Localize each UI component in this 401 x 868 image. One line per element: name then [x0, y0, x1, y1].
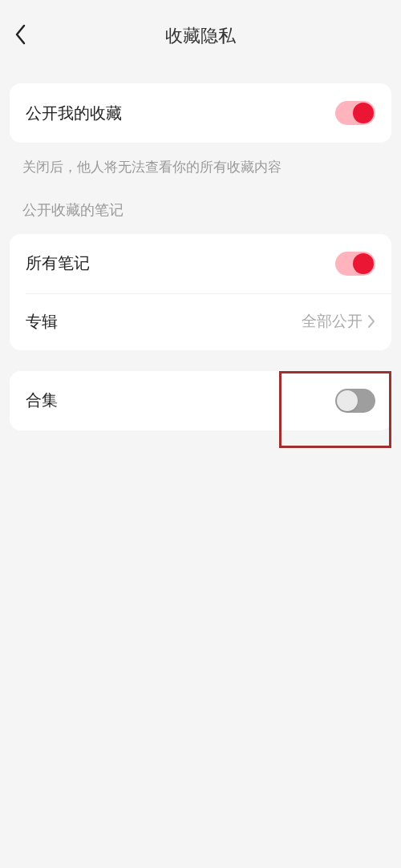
album-value: 全部公开 [302, 311, 363, 332]
collection-toggle[interactable] [335, 389, 375, 413]
collection-card: 合集 [10, 371, 391, 430]
chevron-left-icon [14, 23, 27, 49]
album-label: 专辑 [26, 311, 302, 333]
chevron-right-icon [367, 314, 375, 329]
back-button[interactable] [14, 0, 47, 72]
all-notes-row[interactable]: 所有笔记 [10, 234, 391, 293]
public-favorites-card: 公开我的收藏 [10, 83, 391, 143]
collection-label: 合集 [26, 390, 335, 411]
header: 收藏隐私 [0, 0, 401, 72]
public-favorites-toggle[interactable] [335, 101, 375, 125]
all-notes-label: 所有笔记 [26, 252, 335, 274]
album-row[interactable]: 专辑 全部公开 [10, 293, 391, 350]
page-title: 收藏隐私 [165, 24, 236, 48]
notes-card: 所有笔记 专辑 全部公开 [10, 234, 391, 350]
all-notes-toggle[interactable] [335, 252, 375, 276]
public-favorites-label: 公开我的收藏 [26, 103, 335, 124]
public-favorites-hint: 关闭后，他人将无法查看你的所有收藏内容 [0, 143, 401, 178]
public-favorites-row[interactable]: 公开我的收藏 [10, 83, 391, 143]
section-label: 公开收藏的笔记 [0, 178, 401, 223]
collection-row[interactable]: 合集 [10, 371, 391, 430]
